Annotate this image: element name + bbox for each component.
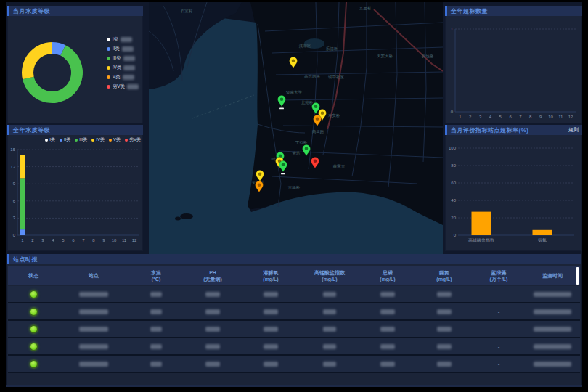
legend-label: V类 [113, 136, 121, 143]
axis-label: 10 [112, 238, 117, 242]
legend-item-II类[interactable]: II类 [60, 136, 70, 143]
legend-item-V类[interactable]: V类 [107, 74, 139, 81]
legend-item-I类[interactable]: I类 [45, 136, 55, 143]
table-row[interactable]: - [8, 303, 580, 321]
donut-slice-IV类[interactable] [22, 42, 52, 79]
status-cell [8, 343, 59, 350]
redacted-value [534, 327, 571, 332]
table-scrollbar-thumb[interactable] [576, 267, 579, 285]
redacted-value [437, 292, 452, 297]
redacted-value [437, 344, 452, 349]
map-place-label: 暨南大学 [286, 90, 303, 94]
column-header-1: 状态 [8, 272, 59, 279]
algae-cell: - [473, 361, 525, 367]
redacted-value [534, 344, 571, 349]
panel-title: 当月水质等级 [13, 7, 50, 15]
axis-label: 0 [13, 233, 16, 237]
map-container[interactable]: 石宝村五星村溪湖区乐清桥天安大桥机场路城中社区高浩西路暨南大学北苑桥寿安桥高旦路… [149, 2, 443, 254]
column-header-4: PH(无量纲) [184, 269, 242, 282]
pin-core [292, 60, 295, 63]
legend-item-III类[interactable]: III类 [75, 136, 87, 143]
table-row[interactable]: - [8, 356, 580, 373]
axis-label: 3 [13, 216, 16, 220]
legend-dot [60, 139, 62, 142]
stacked-bar-III类[interactable] [20, 178, 25, 229]
map-place-label: 高旦路 [312, 129, 324, 134]
rate-bar-高锰酸盐指数[interactable] [472, 212, 491, 235]
algae-cell: - [473, 291, 525, 298]
axis-label: 60 [451, 181, 456, 185]
algae-cell: - [473, 326, 525, 332]
axis-label: 9 [102, 238, 105, 242]
legend-item-IV类[interactable]: IV类 [91, 136, 105, 143]
legend-item-IV类[interactable]: IV类 [107, 65, 139, 71]
redacted-value [205, 292, 220, 297]
rules-link[interactable]: 规则 [568, 126, 579, 134]
legend-item-V类[interactable]: V类 [109, 136, 121, 143]
legend-item-劣V类[interactable]: 劣V类 [107, 83, 139, 90]
dashboard: 当月水质等级 I类II类III类IV类V类劣V类 全年水质等级 I类II类III… [0, 0, 588, 392]
status-cell [8, 309, 59, 315]
algae-cell: - [473, 309, 525, 315]
status-normal-dot [30, 361, 37, 367]
status-cell [8, 291, 59, 298]
status-normal-dot [30, 291, 37, 298]
no-data-dash: - [498, 361, 500, 367]
legend-dot [107, 38, 110, 41]
legend-dot [45, 139, 48, 142]
stacked-bar-II类[interactable] [20, 229, 25, 235]
rate-bar-氨氮[interactable] [533, 230, 552, 235]
pin-core [305, 147, 309, 151]
redacted-cell [59, 327, 128, 332]
redacted-cell [59, 309, 128, 314]
redacted-count [121, 37, 132, 42]
map-place-label: 机场路 [422, 54, 434, 59]
donut-legend: I类II类III类IV类V类劣V类 [107, 36, 139, 90]
stacked-bar-IV类[interactable] [20, 155, 25, 178]
redacted-value [380, 327, 395, 332]
redacted-cell [242, 292, 300, 297]
pin-core [258, 184, 261, 187]
axis-label: 氨氮 [538, 237, 547, 242]
redacted-cell [128, 327, 184, 332]
legend-item-I类[interactable]: I类 [107, 36, 139, 43]
station-report-table: 站点时报 状态站点水温(℃)PH(无量纲)溶解氧(mg/L)高锰酸盐指数(mg/… [7, 254, 581, 385]
legend-label: IV类 [113, 65, 122, 71]
map-place-label: 寿安桥 [328, 113, 340, 118]
pin-core [314, 160, 317, 163]
redacted-value [150, 344, 162, 349]
map-place-label: 天安大桥 [377, 54, 393, 58]
table-row[interactable]: - [8, 286, 580, 303]
map-place-label: 北苑桥 [301, 100, 314, 105]
legend-item-劣V类[interactable]: 劣V类 [125, 136, 141, 143]
redacted-value [323, 292, 336, 297]
redacted-cell [525, 309, 580, 314]
panel-title-bar: 全年超标数量 [445, 6, 582, 16]
table-body: ----- [8, 286, 580, 378]
column-header-7: 总磷(mg/L) [359, 269, 416, 282]
column-header-10: 监测时间 [525, 272, 580, 279]
table-row[interactable]: - [8, 338, 580, 356]
legend-item-III类[interactable]: III类 [107, 55, 139, 62]
axis-label: 0 [454, 233, 457, 237]
axis-label: 2 [31, 238, 34, 242]
legend-label: IV类 [96, 136, 105, 143]
redacted-value [534, 362, 571, 367]
pin-core [314, 105, 318, 109]
table-header-row: 状态站点水温(℃)PH(无量纲)溶解氧(mg/L)高锰酸盐指数(mg/L)总磷(… [8, 266, 580, 285]
legend-dot [107, 57, 110, 60]
map-place-label: 薛家里 [333, 164, 346, 168]
city-map[interactable]: 石宝村五星村溪湖区乐清桥天安大桥机场路城中社区高浩西路暨南大学北苑桥寿安桥高旦路… [149, 2, 443, 254]
map-place-label: 五星村 [359, 6, 372, 11]
pin-selected-mark [279, 108, 284, 110]
map-place-label: 古杨桥 [288, 185, 301, 190]
redacted-cell [242, 344, 300, 349]
legend-item-II类[interactable]: II类 [107, 46, 139, 52]
panel-title-bar: 当月水质等级 [7, 6, 143, 16]
redacted-count [123, 65, 135, 70]
table-row[interactable]: - [8, 321, 580, 338]
redacted-value [264, 309, 278, 314]
legend-label: II类 [113, 46, 120, 52]
redacted-cell [300, 327, 359, 332]
redacted-cell [184, 327, 242, 332]
